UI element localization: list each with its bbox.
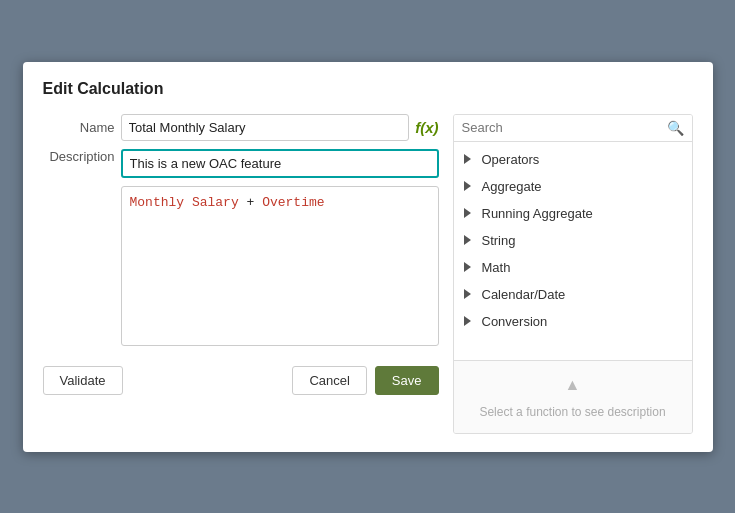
expand-arrow-icon [464, 262, 474, 272]
function-item[interactable]: String [454, 227, 692, 254]
edit-calculation-dialog: Edit Calculation Name f(x) Description M… [23, 62, 713, 452]
search-bar: 🔍 [454, 115, 692, 142]
description-hint-text: Select a function to see description [479, 405, 665, 419]
function-item[interactable]: Calendar/Date [454, 281, 692, 308]
fx-icon[interactable]: f(x) [415, 119, 438, 136]
description-label: Description [43, 149, 115, 164]
function-item[interactable]: Aggregate [454, 173, 692, 200]
function-item-label: Math [482, 260, 511, 275]
dialog-title: Edit Calculation [43, 80, 693, 98]
expand-arrow-icon [464, 289, 474, 299]
expand-arrow-icon [464, 181, 474, 191]
formula-op: + [239, 195, 262, 210]
function-item-label: Operators [482, 152, 540, 167]
expand-arrow-icon [464, 316, 474, 326]
function-item-label: Conversion [482, 314, 548, 329]
name-row: Name f(x) [43, 114, 439, 141]
footer-buttons: Validate Cancel Save [43, 366, 439, 395]
function-item-label: Running Aggregate [482, 206, 593, 221]
formula-field2: Overtime [262, 195, 324, 210]
search-input[interactable] [462, 120, 663, 135]
function-item[interactable]: Running Aggregate [454, 200, 692, 227]
expand-arrow-icon [464, 235, 474, 245]
function-item-label: Calendar/Date [482, 287, 566, 302]
expand-arrow-icon [464, 154, 474, 164]
right-panel: 🔍 OperatorsAggregateRunning AggregateStr… [453, 114, 693, 434]
description-row: Description [43, 149, 439, 178]
search-icon: 🔍 [667, 120, 684, 136]
function-item[interactable]: Conversion [454, 308, 692, 335]
validate-button[interactable]: Validate [43, 366, 123, 395]
cancel-button[interactable]: Cancel [292, 366, 366, 395]
function-item[interactable]: Operators [454, 146, 692, 173]
function-item-label: Aggregate [482, 179, 542, 194]
function-item[interactable]: Math [454, 254, 692, 281]
name-input-wrap: f(x) [121, 114, 439, 141]
calc-editor[interactable]: Monthly Salary + Overtime [121, 186, 439, 346]
expand-arrow-icon [464, 208, 474, 218]
function-list: OperatorsAggregateRunning AggregateStrin… [454, 142, 692, 360]
save-button[interactable]: Save [375, 366, 439, 395]
name-label: Name [43, 120, 115, 135]
up-arrow-icon: ▲ [464, 373, 682, 397]
left-panel: Name f(x) Description Monthly Salary + O… [43, 114, 439, 434]
formula-field1: Monthly Salary [130, 195, 239, 210]
description-hint: ▲ Select a function to see description [454, 360, 692, 433]
name-input[interactable] [121, 114, 410, 141]
dialog-body: Name f(x) Description Monthly Salary + O… [43, 114, 693, 434]
function-item-label: String [482, 233, 516, 248]
description-input[interactable] [121, 149, 439, 178]
